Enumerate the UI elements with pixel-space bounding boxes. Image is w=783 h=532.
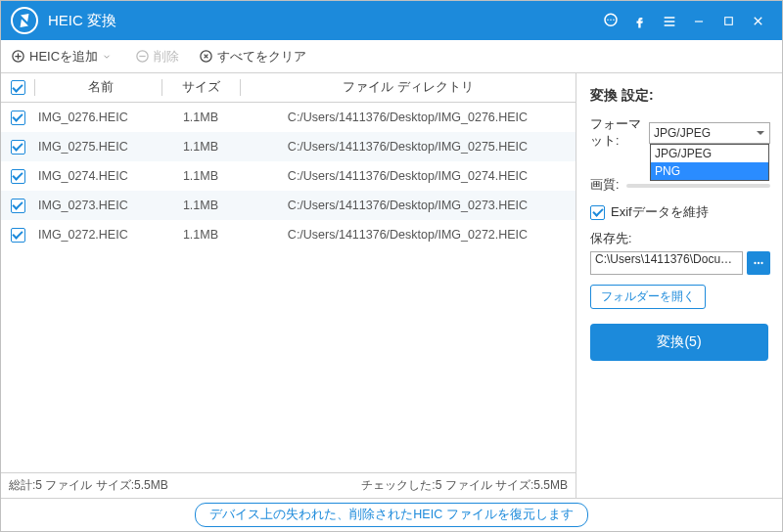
add-heic-button[interactable]: HEICを追加	[11, 48, 115, 66]
menu-icon[interactable]	[655, 12, 684, 29]
cell-dir: C:/Users/1411376/Desktop/IMG_0275.HEIC	[240, 140, 576, 154]
dest-row: C:\Users\1411376\Documen	[590, 251, 770, 275]
quality-slider[interactable]	[626, 184, 770, 188]
titlebar: HEIC 変換	[1, 1, 782, 40]
svg-point-7	[760, 262, 762, 264]
exif-row: Exifデータを維持	[590, 203, 770, 221]
close-button[interactable]	[743, 12, 772, 29]
row-checkbox[interactable]	[11, 111, 25, 125]
select-all-checkbox[interactable]	[11, 80, 25, 95]
recover-button[interactable]: デバイス上の失われた、削除されたHEIC ファイルを復元します	[195, 503, 587, 527]
browse-button[interactable]	[747, 251, 770, 275]
row-checkbox[interactable]	[11, 169, 25, 184]
format-option-jpg[interactable]: JPG/JPEG	[651, 145, 768, 162]
clear-all-button[interactable]: すべてをクリア	[199, 48, 306, 66]
exif-label: Exifデータを維持	[611, 203, 709, 221]
footer: デバイス上の失われた、削除されたHEIC ファイルを復元します	[1, 498, 782, 531]
cell-name: IMG_0275.HEIC	[34, 140, 161, 154]
minimize-button[interactable]	[684, 12, 714, 29]
format-value: JPG/JPEG	[654, 126, 711, 140]
settings-panel: 変換 設定: フォーマット: JPG/JPEG JPG/JPEG PNG 画質:…	[576, 73, 782, 498]
row-checkbox[interactable]	[11, 199, 25, 213]
table-header: 名前 サイズ ファイル ディレクトリ	[1, 73, 576, 103]
file-list-panel: 名前 サイズ ファイル ディレクトリ IMG_0276.HEIC1.1MBC:/…	[1, 73, 576, 498]
svg-point-5	[754, 262, 756, 264]
cell-size: 1.1MB	[161, 111, 240, 124]
cell-dir: C:/Users/1411376/Desktop/IMG_0272.HEIC	[240, 228, 576, 242]
status-total: 総計:5 ファイル サイズ:5.5MB	[9, 477, 168, 494]
app-window: HEIC 変換 HEICを追加	[0, 0, 783, 532]
feedback-icon[interactable]	[596, 12, 625, 30]
cell-size: 1.1MB	[161, 199, 240, 212]
format-label: フォーマット:	[590, 116, 649, 150]
cell-dir: C:/Users/1411376/Desktop/IMG_0274.HEIC	[240, 169, 576, 183]
cell-size: 1.1MB	[161, 228, 240, 242]
cell-size: 1.1MB	[161, 169, 240, 183]
format-option-png[interactable]: PNG	[651, 162, 768, 180]
row-checkbox[interactable]	[11, 228, 25, 243]
add-label: HEICを追加	[29, 48, 98, 66]
table-row[interactable]: IMG_0274.HEIC1.1MBC:/Users/1411376/Deskt…	[1, 161, 576, 191]
format-select[interactable]: JPG/JPEG JPG/JPEG PNG	[649, 122, 770, 144]
clear-label: すべてをクリア	[217, 48, 306, 66]
cell-name: IMG_0274.HEIC	[34, 169, 161, 183]
settings-heading: 変換 設定:	[590, 87, 770, 105]
row-checkbox[interactable]	[11, 140, 25, 155]
dest-input[interactable]: C:\Users\1411376\Documen	[590, 251, 743, 275]
dest-label: 保存先:	[590, 231, 770, 247]
col-dir: ファイル ディレクトリ	[240, 79, 576, 96]
maximize-button[interactable]	[714, 12, 743, 29]
col-size: サイズ	[161, 79, 240, 96]
col-name: 名前	[34, 79, 161, 96]
cell-name: IMG_0273.HEIC	[34, 199, 161, 212]
convert-button[interactable]: 変換(5)	[590, 324, 768, 361]
toolbar: HEICを追加 削除 すべてをクリア	[1, 40, 782, 73]
plus-circle-icon	[11, 49, 25, 64]
table-row[interactable]: IMG_0276.HEIC1.1MBC:/Users/1411376/Deskt…	[1, 103, 576, 132]
quality-label: 画質:	[590, 177, 619, 194]
status-bar: 総計:5 ファイル サイズ:5.5MB チェックした:5 ファイル サイズ:5.…	[1, 472, 576, 498]
cell-dir: C:/Users/1411376/Desktop/IMG_0276.HEIC	[240, 111, 576, 124]
exif-checkbox[interactable]	[590, 205, 605, 220]
table-body: IMG_0276.HEIC1.1MBC:/Users/1411376/Deskt…	[1, 103, 576, 472]
cell-size: 1.1MB	[161, 140, 240, 154]
status-checked: チェックした:5 ファイル サイズ:5.5MB	[361, 477, 568, 494]
cell-dir: C:/Users/1411376/Desktop/IMG_0273.HEIC	[240, 199, 576, 212]
table-row[interactable]: IMG_0273.HEIC1.1MBC:/Users/1411376/Deskt…	[1, 191, 576, 220]
format-row: フォーマット: JPG/JPEG JPG/JPEG PNG	[590, 116, 770, 150]
cell-name: IMG_0272.HEIC	[34, 228, 161, 242]
table-row[interactable]: IMG_0272.HEIC1.1MBC:/Users/1411376/Deskt…	[1, 220, 576, 249]
main-body: 名前 サイズ ファイル ディレクトリ IMG_0276.HEIC1.1MBC:/…	[1, 73, 782, 498]
minus-circle-icon	[135, 49, 150, 64]
chevron-down-icon	[102, 52, 112, 62]
facebook-icon[interactable]	[625, 12, 655, 29]
cell-name: IMG_0276.HEIC	[34, 111, 161, 124]
table-row[interactable]: IMG_0275.HEIC1.1MBC:/Users/1411376/Deskt…	[1, 132, 576, 161]
x-circle-icon	[199, 49, 213, 64]
svg-point-6	[758, 262, 760, 264]
app-title: HEIC 変換	[48, 12, 116, 30]
delete-label: 削除	[154, 48, 179, 66]
open-folder-button[interactable]: フォルダーを開く	[590, 285, 706, 309]
svg-rect-1	[724, 18, 732, 25]
app-logo-icon	[11, 7, 38, 34]
format-dropdown: JPG/JPEG PNG	[650, 144, 769, 181]
delete-button[interactable]: 削除	[135, 48, 179, 66]
